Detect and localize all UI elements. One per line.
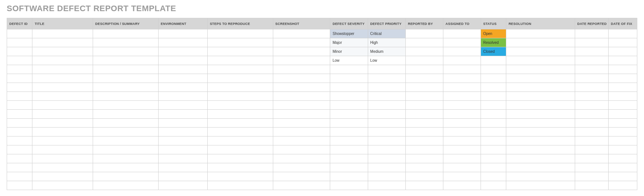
cell-resolution[interactable] <box>506 181 575 190</box>
cell-screenshot[interactable] <box>273 163 330 172</box>
cell-screenshot[interactable] <box>273 29 330 38</box>
cell-screenshot[interactable] <box>273 74 330 83</box>
cell-status[interactable] <box>481 154 506 163</box>
cell-date-of-fix[interactable] <box>608 154 637 163</box>
cell-environment[interactable] <box>158 110 207 119</box>
cell-date-of-fix[interactable] <box>608 119 637 128</box>
cell-title[interactable] <box>32 172 93 181</box>
cell-date-of-fix[interactable] <box>608 110 637 119</box>
cell-date-of-fix[interactable] <box>608 181 637 190</box>
cell-priority[interactable] <box>368 83 405 92</box>
cell-defect-id[interactable] <box>7 128 32 136</box>
cell-steps[interactable] <box>207 110 273 119</box>
cell-defect-id[interactable] <box>7 83 32 92</box>
cell-resolution[interactable] <box>506 110 575 119</box>
cell-resolution[interactable] <box>506 136 575 145</box>
cell-priority[interactable] <box>368 74 405 83</box>
cell-priority[interactable]: Medium <box>368 47 405 56</box>
cell-status[interactable] <box>481 74 506 83</box>
cell-reported-by[interactable] <box>405 163 443 172</box>
cell-defect-id[interactable] <box>7 56 32 65</box>
cell-priority[interactable]: High <box>368 38 405 47</box>
cell-title[interactable] <box>32 83 93 92</box>
cell-screenshot[interactable] <box>273 47 330 56</box>
cell-status[interactable] <box>481 83 506 92</box>
cell-environment[interactable] <box>158 47 207 56</box>
cell-description[interactable] <box>93 92 158 101</box>
cell-steps[interactable] <box>207 56 273 65</box>
cell-assigned-to[interactable] <box>443 101 481 110</box>
cell-description[interactable] <box>93 65 158 74</box>
cell-defect-id[interactable] <box>7 47 32 56</box>
cell-environment[interactable] <box>158 38 207 47</box>
cell-title[interactable] <box>32 38 93 47</box>
cell-description[interactable] <box>93 83 158 92</box>
cell-assigned-to[interactable] <box>443 136 481 145</box>
cell-date-of-fix[interactable] <box>608 74 637 83</box>
cell-defect-id[interactable] <box>7 145 32 154</box>
cell-status[interactable]: Resolved <box>481 38 506 47</box>
cell-reported-by[interactable] <box>405 65 443 74</box>
cell-date-of-fix[interactable] <box>608 136 637 145</box>
cell-severity[interactable]: Showstopper <box>330 29 368 38</box>
cell-resolution[interactable] <box>506 145 575 154</box>
cell-description[interactable] <box>93 38 158 47</box>
cell-date-of-fix[interactable] <box>608 65 637 74</box>
cell-screenshot[interactable] <box>273 38 330 47</box>
cell-priority[interactable] <box>368 128 405 136</box>
cell-defect-id[interactable] <box>7 172 32 181</box>
cell-steps[interactable] <box>207 163 273 172</box>
cell-description[interactable] <box>93 29 158 38</box>
cell-reported-by[interactable] <box>405 119 443 128</box>
cell-description[interactable] <box>93 56 158 65</box>
cell-reported-by[interactable] <box>405 47 443 56</box>
cell-environment[interactable] <box>158 163 207 172</box>
cell-priority[interactable]: Critical <box>368 29 405 38</box>
cell-steps[interactable] <box>207 65 273 74</box>
cell-severity[interactable] <box>330 74 368 83</box>
cell-environment[interactable] <box>158 136 207 145</box>
cell-resolution[interactable] <box>506 83 575 92</box>
cell-reported-by[interactable] <box>405 145 443 154</box>
cell-priority[interactable] <box>368 136 405 145</box>
cell-description[interactable] <box>93 128 158 136</box>
cell-title[interactable] <box>32 101 93 110</box>
cell-date-of-fix[interactable] <box>608 47 637 56</box>
cell-status[interactable] <box>481 101 506 110</box>
cell-resolution[interactable] <box>506 56 575 65</box>
cell-defect-id[interactable] <box>7 110 32 119</box>
cell-steps[interactable] <box>207 119 273 128</box>
cell-date-of-fix[interactable] <box>608 29 637 38</box>
cell-resolution[interactable] <box>506 65 575 74</box>
cell-assigned-to[interactable] <box>443 65 481 74</box>
cell-date-of-fix[interactable] <box>608 83 637 92</box>
cell-title[interactable] <box>32 65 93 74</box>
cell-priority[interactable] <box>368 101 405 110</box>
cell-status[interactable] <box>481 56 506 65</box>
cell-status[interactable] <box>481 119 506 128</box>
cell-steps[interactable] <box>207 101 273 110</box>
cell-screenshot[interactable] <box>273 83 330 92</box>
cell-date-of-fix[interactable] <box>608 101 637 110</box>
cell-severity[interactable] <box>330 172 368 181</box>
cell-status[interactable] <box>481 136 506 145</box>
cell-priority[interactable] <box>368 92 405 101</box>
cell-title[interactable] <box>32 145 93 154</box>
cell-status[interactable] <box>481 92 506 101</box>
cell-assigned-to[interactable] <box>443 56 481 65</box>
cell-severity[interactable] <box>330 119 368 128</box>
cell-date-of-fix[interactable] <box>608 92 637 101</box>
cell-environment[interactable] <box>158 56 207 65</box>
cell-assigned-to[interactable] <box>443 154 481 163</box>
cell-reported-by[interactable] <box>405 154 443 163</box>
cell-severity[interactable] <box>330 110 368 119</box>
cell-environment[interactable] <box>158 154 207 163</box>
cell-title[interactable] <box>32 136 93 145</box>
cell-date-reported[interactable] <box>575 136 608 145</box>
cell-assigned-to[interactable] <box>443 110 481 119</box>
cell-title[interactable] <box>32 163 93 172</box>
cell-priority[interactable] <box>368 154 405 163</box>
cell-severity[interactable] <box>330 145 368 154</box>
cell-resolution[interactable] <box>506 101 575 110</box>
cell-environment[interactable] <box>158 145 207 154</box>
